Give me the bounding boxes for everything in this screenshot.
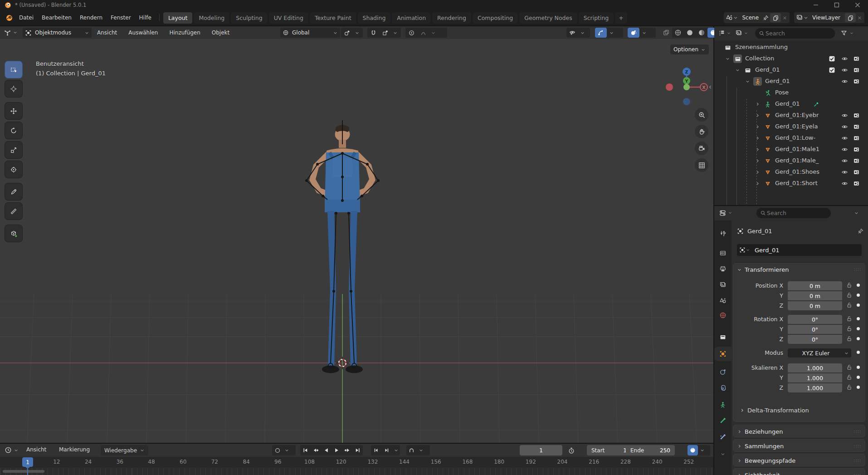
pin-icon[interactable] bbox=[857, 228, 864, 235]
chevron-down-icon[interactable] bbox=[14, 448, 19, 453]
pivot-point-icon[interactable] bbox=[341, 28, 353, 38]
menu-hilfe[interactable]: Hilfe bbox=[135, 13, 156, 23]
outliner-item-label[interactable]: Gerd_01:Eyebr bbox=[775, 112, 819, 118]
chevron-down-icon[interactable] bbox=[283, 445, 291, 455]
outliner-search-input[interactable] bbox=[765, 29, 812, 37]
hide-eye-icon[interactable] bbox=[840, 157, 849, 165]
outliner-row[interactable]: Collection bbox=[714, 53, 868, 64]
properties-editor-icon[interactable] bbox=[719, 209, 727, 217]
transform-value-field[interactable]: 1.000 bbox=[788, 373, 842, 382]
exclude-checkbox[interactable] bbox=[828, 66, 836, 74]
render-visibility-icon[interactable] bbox=[852, 134, 861, 142]
expand-chevron-icon[interactable] bbox=[753, 122, 762, 131]
properties-tab-viewlayer[interactable] bbox=[714, 278, 731, 292]
chevron-down-icon[interactable] bbox=[639, 28, 649, 38]
camera-view-button[interactable] bbox=[695, 142, 708, 155]
timeline-track[interactable] bbox=[0, 468, 713, 475]
chevron-down-icon[interactable] bbox=[607, 28, 616, 38]
drag-handle[interactable]: :::: bbox=[854, 444, 861, 448]
outliner-item-label[interactable]: Pose bbox=[775, 89, 789, 96]
show-overlays-icon[interactable] bbox=[628, 28, 639, 38]
render-visibility-icon[interactable] bbox=[852, 145, 861, 154]
current-frame-field[interactable]: 1 bbox=[520, 445, 562, 455]
outliner-row[interactable]: Gerd_01:Shoes bbox=[714, 166, 868, 178]
outliner-row[interactable]: Gerd_01:Male_ bbox=[714, 155, 868, 166]
chevron-down-icon[interactable] bbox=[727, 31, 731, 35]
animate-dot[interactable] bbox=[857, 327, 860, 330]
drag-handle[interactable]: :::: bbox=[854, 267, 861, 272]
timeline-scrollbar[interactable] bbox=[3, 470, 44, 473]
transform-value-field[interactable]: 0 m bbox=[788, 301, 842, 310]
expand-chevron-icon[interactable] bbox=[743, 77, 752, 86]
properties-tab-output[interactable] bbox=[714, 262, 731, 276]
outliner-row[interactable]: Gerd_01:Low- bbox=[714, 132, 868, 144]
properties-search-input[interactable] bbox=[766, 209, 813, 217]
expand-chevron-icon[interactable] bbox=[753, 111, 762, 120]
prev-keyframe-icon[interactable] bbox=[311, 445, 321, 455]
transform-value-field[interactable]: 0 m bbox=[788, 291, 842, 300]
timeline-menu-markierung[interactable]: Markierung bbox=[59, 446, 90, 453]
timeline-sync-icon[interactable] bbox=[688, 445, 698, 455]
hide-eye-icon[interactable] bbox=[840, 66, 849, 74]
panel-header[interactable]: Beziehungen:::: bbox=[733, 425, 865, 438]
frame-back-icon[interactable] bbox=[371, 445, 381, 455]
expand-chevron-icon[interactable] bbox=[753, 134, 762, 142]
hide-eye-icon[interactable] bbox=[840, 179, 849, 188]
animate-dot[interactable] bbox=[857, 351, 860, 354]
navigation-gizmo[interactable]: Z Y X bbox=[665, 57, 710, 107]
falloff-cone-icon[interactable] bbox=[417, 28, 429, 38]
expand-chevron-icon[interactable] bbox=[753, 179, 762, 188]
workspace-tab-texture-paint[interactable]: Texture Paint bbox=[310, 12, 356, 24]
hide-eye-icon[interactable] bbox=[840, 145, 849, 154]
chevron-down-icon[interactable] bbox=[733, 15, 738, 20]
properties-tab-collection[interactable] bbox=[714, 330, 731, 344]
expand-chevron-icon[interactable] bbox=[753, 168, 762, 176]
shading-solid-icon[interactable] bbox=[684, 28, 696, 38]
menu-fenster[interactable]: Fenster bbox=[107, 13, 135, 23]
outliner-item-label[interactable]: Gerd_01:Short bbox=[775, 180, 818, 186]
transform-value-field[interactable]: 1.000 bbox=[788, 383, 842, 392]
outliner-row[interactable]: Gerd_01:Male1 bbox=[714, 144, 868, 155]
viewport-menu-ansicht[interactable]: Ansicht bbox=[97, 29, 117, 36]
render-visibility-icon[interactable] bbox=[852, 77, 861, 86]
workspace-tab-uv-editing[interactable]: UV Editing bbox=[269, 12, 308, 24]
exclude-checkbox[interactable] bbox=[828, 54, 836, 63]
chevron-down-icon[interactable] bbox=[429, 28, 437, 38]
outliner-row[interactable]: Gerd_01:Short bbox=[714, 178, 868, 189]
lock-icon[interactable] bbox=[846, 292, 853, 299]
outliner-item-label[interactable]: Gerd_01:Male1 bbox=[775, 146, 819, 152]
transform-panel-header[interactable]: Transformieren :::: bbox=[733, 264, 865, 275]
auto-keying-icon[interactable] bbox=[272, 445, 283, 455]
properties-tab-physics[interactable] bbox=[714, 365, 731, 379]
play-reverse-icon[interactable] bbox=[321, 445, 332, 455]
animate-dot[interactable] bbox=[857, 294, 860, 297]
timeline-editor-icon[interactable] bbox=[5, 446, 12, 454]
zoom-button[interactable] bbox=[695, 108, 708, 122]
hide-eye-icon[interactable] bbox=[840, 111, 849, 120]
render-visibility-icon[interactable] bbox=[852, 122, 861, 131]
scene-browse-icon[interactable] bbox=[726, 14, 733, 21]
drag-handle[interactable]: :::: bbox=[854, 458, 861, 463]
timeline-menu-ansicht[interactable]: Ansicht bbox=[26, 446, 46, 453]
maximize-button[interactable] bbox=[826, 0, 847, 10]
editor-type-chevron-icon[interactable] bbox=[13, 30, 18, 35]
pan-hand-button[interactable] bbox=[695, 125, 708, 138]
tool-transform[interactable] bbox=[5, 161, 23, 178]
drag-handle[interactable]: :::: bbox=[854, 473, 861, 475]
tool-move[interactable] bbox=[5, 102, 23, 120]
tool-rotate[interactable] bbox=[5, 122, 23, 139]
properties-tab-object[interactable] bbox=[714, 347, 731, 361]
outliner-row[interactable]: Gerd_01:Eyebr bbox=[714, 110, 868, 121]
panel-header[interactable]: Sichtbarkeit:::: bbox=[733, 469, 865, 475]
viewport-menu-hinzufügen[interactable]: Hinzufügen bbox=[169, 29, 200, 36]
outliner-item-label[interactable]: Gerd_01:Low- bbox=[775, 134, 815, 141]
filter-funnel-icon[interactable] bbox=[840, 29, 848, 37]
outliner-row[interactable]: Szenensammlung bbox=[714, 42, 868, 53]
render-visibility-icon[interactable] bbox=[852, 157, 861, 165]
render-visibility-icon[interactable] bbox=[852, 54, 861, 63]
render-visibility-icon[interactable] bbox=[852, 179, 861, 188]
render-visibility-icon[interactable] bbox=[852, 168, 861, 176]
outliner-row[interactable]: Gerd_01:Eyela bbox=[714, 121, 868, 132]
chevron-down-icon[interactable] bbox=[854, 211, 859, 215]
blender-menu-icon[interactable] bbox=[5, 14, 13, 22]
